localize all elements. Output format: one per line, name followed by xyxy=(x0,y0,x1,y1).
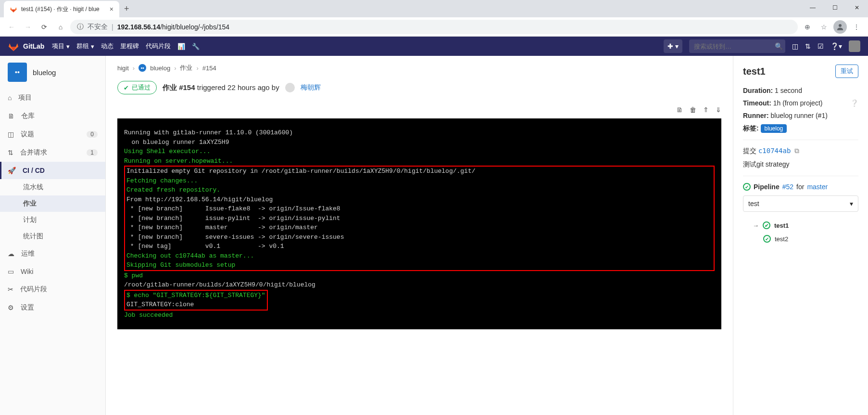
sidebar-sub-jobs[interactable]: 作业 xyxy=(0,195,105,212)
nav-groups[interactable]: 群组 ▾ xyxy=(76,42,94,51)
project-sidebar: •• bluelog ⌂项目 🗎仓库 ◫议题0 ⇅合并请求1 🚀CI / CD … xyxy=(0,56,106,415)
rocket-icon: 🚀 xyxy=(8,167,16,174)
window-close-button[interactable]: ✕ xyxy=(846,0,868,15)
scroll-bottom-icon[interactable]: ⇓ xyxy=(716,106,721,114)
sidebar-item-settings[interactable]: ⚙设置 xyxy=(0,298,105,317)
pipeline-link[interactable]: #52 xyxy=(782,183,793,191)
job-log[interactable]: Running with gitlab-runner 11.10.0 (3001… xyxy=(117,118,721,329)
gitlab-top-nav: GitLab 项目 ▾ 群组 ▾ 动态 里程碑 代码片段 📊 🔧 ✚ ▾ 🔍 ◫… xyxy=(0,37,868,56)
browser-address-bar: ← → ⟳ ⌂ ⓘ 不安全 | 192.168.56.14/higit/blue… xyxy=(0,17,868,37)
browser-tab[interactable]: test1 (#154) · 作业 · higit / blue × xyxy=(4,1,119,17)
user-avatar-small[interactable] xyxy=(285,83,295,92)
gear-icon: ⚙ xyxy=(8,304,14,311)
file-icon: 🗎 xyxy=(8,112,14,120)
status-ok-icon: ✔ xyxy=(743,183,751,191)
home-button[interactable]: ⌂ xyxy=(54,20,67,34)
sidebar-item-snippets[interactable]: ✂代码片段 xyxy=(0,280,105,298)
job-main-area: higit › •• bluelog › 作业 › #154 ✔ 已通过 作业 … xyxy=(106,56,733,415)
sidebar-item-issues[interactable]: ◫议题0 xyxy=(0,125,105,143)
job-name-title: test1 xyxy=(743,66,766,77)
breadcrumb-section[interactable]: 作业 xyxy=(180,64,192,72)
sidebar-sub-charts[interactable]: 统计图 xyxy=(0,228,105,245)
nav-metrics-icon[interactable]: 📊 xyxy=(177,42,185,51)
check-circle-icon: ✔ xyxy=(124,84,129,91)
sidebar-item-project[interactable]: ⌂项目 xyxy=(0,89,105,107)
url-input[interactable]: ⓘ 不安全 | 192.168.56.14/higit/bluelog/-/jo… xyxy=(70,20,798,34)
erase-log-icon[interactable]: 🗑 xyxy=(690,106,696,114)
user-link[interactable]: 梅朝辉 xyxy=(301,83,321,92)
back-button[interactable]: ← xyxy=(5,20,18,34)
help-icon[interactable]: ❔ xyxy=(850,99,858,107)
breadcrumb-group[interactable]: higit xyxy=(117,65,129,72)
nav-projects[interactable]: 项目 ▾ xyxy=(52,42,70,51)
new-dropdown-button[interactable]: ✚ ▾ xyxy=(664,39,682,53)
browser-tab-bar: test1 (#154) · 作业 · higit / blue × + — ☐… xyxy=(0,0,868,17)
search-input[interactable] xyxy=(694,43,775,50)
job-list-item[interactable]: ✔ test2 xyxy=(743,232,858,246)
browser-profile-icon[interactable] xyxy=(833,20,847,34)
help-icon[interactable]: ❔▾ xyxy=(830,42,842,50)
gitlab-logo[interactable]: GitLab xyxy=(8,40,44,52)
home-icon: ⌂ xyxy=(8,94,12,102)
nav-milestones[interactable]: 里程碑 xyxy=(120,42,139,51)
commit-message: 测试git strategy xyxy=(743,160,858,169)
forward-button[interactable]: → xyxy=(21,20,35,34)
project-header[interactable]: •• bluelog xyxy=(0,56,105,89)
status-ok-icon: ✔ xyxy=(763,235,771,243)
bookmark-star-icon[interactable]: ☆ xyxy=(817,20,830,34)
commit-sha-link[interactable]: c10744ab xyxy=(758,147,791,155)
sidebar-sub-schedules[interactable]: 计划 xyxy=(0,212,105,228)
sidebar-item-wiki[interactable]: ▭Wiki xyxy=(0,263,105,280)
tab-title: test1 (#154) · 作业 · higit / blue xyxy=(21,5,106,13)
zoom-icon[interactable]: ⊕ xyxy=(801,20,814,34)
cloud-icon: ☁ xyxy=(8,250,14,258)
issues-icon: ◫ xyxy=(8,130,14,138)
window-minimize-button[interactable]: — xyxy=(802,0,824,15)
nav-snippets[interactable]: 代码片段 xyxy=(146,42,171,51)
scroll-top-icon[interactable]: ⇑ xyxy=(703,106,709,114)
project-avatar-icon: •• xyxy=(8,63,27,82)
chevron-down-icon: ▾ xyxy=(850,200,853,208)
chevron-down-icon: ▾ xyxy=(66,43,70,50)
security-status: 不安全 xyxy=(88,23,108,31)
copy-icon[interactable]: ⧉ xyxy=(794,147,799,155)
book-icon: ▭ xyxy=(8,268,14,275)
branch-link[interactable]: master xyxy=(807,183,828,191)
retry-button[interactable]: 重试 xyxy=(835,65,858,78)
nav-wrench-icon[interactable]: 🔧 xyxy=(192,42,200,51)
todos-icon[interactable]: ☑ xyxy=(818,42,824,50)
new-tab-button[interactable]: + xyxy=(124,4,129,14)
log-toolbar: 🗎 🗑 ⇑ ⇓ xyxy=(117,104,721,118)
arrow-right-icon: → xyxy=(753,222,759,229)
status-ok-icon: ✔ xyxy=(763,221,770,229)
window-maximize-button[interactable]: ☐ xyxy=(824,0,846,15)
info-icon: ⓘ xyxy=(77,23,84,31)
search-icon: 🔍 xyxy=(775,42,783,50)
status-badge-passed: ✔ 已通过 xyxy=(117,81,157,94)
user-avatar[interactable] xyxy=(849,40,860,52)
breadcrumb: higit › •• bluelog › 作业 › #154 xyxy=(117,64,721,72)
sidebar-item-ops[interactable]: ☁运维 xyxy=(0,245,105,263)
sidebar-item-cicd[interactable]: 🚀CI / CD xyxy=(0,162,105,179)
reload-button[interactable]: ⟳ xyxy=(38,20,51,34)
close-tab-icon[interactable]: × xyxy=(110,5,113,13)
gitlab-favicon-icon xyxy=(10,5,17,13)
sidebar-item-mr[interactable]: ⇅合并请求1 xyxy=(0,143,105,162)
stage-dropdown[interactable]: test ▾ xyxy=(743,195,858,212)
nav-activity[interactable]: 动态 xyxy=(101,42,113,51)
breadcrumb-id: #154 xyxy=(202,65,216,72)
job-header: ✔ 已通过 作业 #154 triggered 22 hours ago by … xyxy=(117,81,721,94)
breadcrumb-project[interactable]: bluelog xyxy=(150,65,170,72)
job-right-sidebar: test1 重试 Duration: 1 second Timeout: 1h … xyxy=(733,56,868,415)
job-list-item-current[interactable]: → ✔ test1 xyxy=(743,219,858,232)
issues-icon[interactable]: ◫ xyxy=(792,42,798,50)
scissors-icon: ✂ xyxy=(8,285,13,293)
merge-requests-icon[interactable]: ⇅ xyxy=(805,42,811,50)
raw-log-icon[interactable]: 🗎 xyxy=(676,106,683,114)
sidebar-item-repo[interactable]: 🗎仓库 xyxy=(0,107,105,125)
tag-chip: bluelog xyxy=(761,124,787,133)
sidebar-sub-pipelines[interactable]: 流水线 xyxy=(0,179,105,195)
global-search[interactable]: 🔍 xyxy=(689,39,785,53)
svg-point-0 xyxy=(839,24,842,27)
browser-menu-icon[interactable]: ⋮ xyxy=(850,20,863,34)
